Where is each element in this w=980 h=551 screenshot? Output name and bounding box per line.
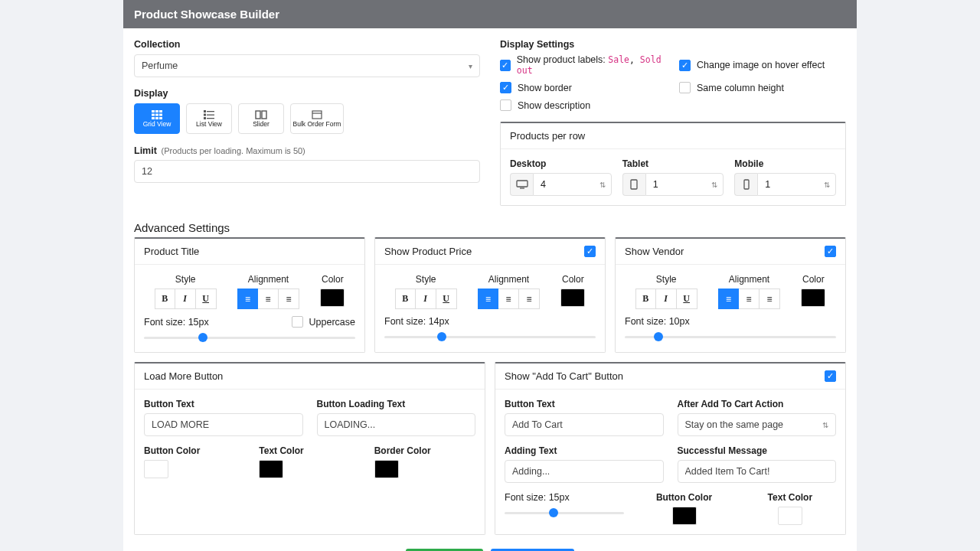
- underline-button[interactable]: U: [677, 289, 697, 309]
- align-right-button[interactable]: ≡: [760, 289, 780, 309]
- list-view-option[interactable]: List View: [186, 103, 232, 134]
- limit-input[interactable]: [134, 160, 480, 183]
- title-fontsize-slider[interactable]: [144, 332, 355, 343]
- ppr-tablet-label: Tablet: [622, 158, 724, 169]
- ppr-tablet-select[interactable]: 1: [645, 173, 724, 196]
- addcart-action-select[interactable]: Stay on the same page: [678, 413, 837, 436]
- collection-select[interactable]: Perfume: [134, 54, 480, 77]
- svg-rect-5: [159, 113, 162, 116]
- limit-label: Limit: [134, 145, 157, 156]
- price-fontsize-label: Font size: 14px: [384, 316, 449, 327]
- bold-button[interactable]: B: [155, 289, 175, 309]
- svg-rect-3: [152, 113, 155, 116]
- svg-rect-0: [152, 110, 155, 112]
- vendor-color-swatch[interactable]: [801, 289, 825, 307]
- title-fontsize-label: Font size: 15px: [144, 317, 209, 328]
- show-description-checkbox[interactable]: Show description: [500, 99, 667, 111]
- loadmore-text-color[interactable]: [259, 460, 283, 478]
- align-right-button[interactable]: ≡: [519, 289, 540, 309]
- show-labels-checkbox[interactable]: ✓Show product labels: Sale, Sold out: [500, 54, 667, 76]
- products-per-row-title: Products per row: [501, 123, 845, 149]
- limit-hint: (Products per loading. Maximum is 50): [161, 146, 305, 155]
- vendor-enable-checkbox[interactable]: ✓: [825, 246, 836, 257]
- vendor-fontsize-slider[interactable]: [625, 331, 836, 342]
- addcart-text-input[interactable]: [505, 413, 664, 436]
- italic-button[interactable]: I: [416, 289, 436, 309]
- display-label: Display: [134, 88, 480, 99]
- svg-rect-9: [204, 110, 206, 112]
- align-left-button[interactable]: ≡: [237, 289, 258, 309]
- svg-rect-22: [744, 180, 749, 189]
- slider-option[interactable]: Slider: [238, 103, 284, 134]
- display-settings-label: Display Settings: [500, 39, 846, 50]
- addcart-adding-input[interactable]: [505, 460, 664, 483]
- addcart-success-input[interactable]: [678, 460, 837, 483]
- grid-icon: [152, 110, 162, 119]
- page-title: Product Showcase Builder: [123, 0, 857, 28]
- price-enable-checkbox[interactable]: ✓: [584, 246, 596, 257]
- loadmore-loading-input[interactable]: [317, 413, 476, 436]
- svg-rect-11: [204, 113, 206, 116]
- align-center-button[interactable]: ≡: [498, 289, 519, 309]
- align-left-button[interactable]: ≡: [478, 289, 498, 309]
- svg-rect-7: [155, 117, 158, 119]
- svg-rect-14: [207, 118, 214, 119]
- ppr-mobile-select[interactable]: 1: [757, 173, 836, 196]
- align-center-button[interactable]: ≡: [739, 289, 760, 309]
- show-border-checkbox[interactable]: ✓Show border: [500, 82, 667, 93]
- svg-rect-1: [155, 110, 158, 112]
- loadmore-button-color[interactable]: [144, 460, 168, 478]
- italic-button[interactable]: I: [656, 289, 677, 309]
- svg-rect-4: [155, 113, 158, 116]
- svg-rect-16: [262, 111, 266, 119]
- addcart-fontsize-slider[interactable]: [505, 507, 624, 518]
- bold-button[interactable]: B: [395, 289, 416, 309]
- align-left-button[interactable]: ≡: [718, 289, 739, 309]
- bulk-order-icon: [312, 110, 322, 119]
- svg-rect-21: [631, 180, 637, 189]
- svg-rect-2: [159, 110, 162, 112]
- svg-rect-6: [152, 117, 155, 119]
- svg-rect-17: [312, 111, 322, 119]
- product-price-card: Show Product Price✓ Style BIU Alignment …: [374, 237, 606, 353]
- ppr-desktop-label: Desktop: [510, 158, 612, 169]
- addcart-fontsize-label: Font size: 15px: [505, 492, 624, 503]
- grid-view-option[interactable]: Grid View: [134, 103, 180, 134]
- display-group: Grid View List View Slider: [134, 103, 480, 134]
- advanced-settings-title: Advanced Settings: [134, 221, 846, 234]
- svg-rect-15: [256, 111, 260, 119]
- ppr-desktop-select[interactable]: 4: [533, 173, 612, 196]
- underline-button[interactable]: U: [436, 289, 457, 309]
- desktop-icon: [510, 173, 533, 196]
- addcart-button-color[interactable]: [672, 507, 697, 525]
- align-center-button[interactable]: ≡: [258, 289, 279, 309]
- italic-button[interactable]: I: [175, 289, 196, 309]
- list-icon: [204, 110, 214, 119]
- bulk-order-option[interactable]: Bulk Order Form: [290, 103, 344, 134]
- ppr-mobile-label: Mobile: [734, 158, 836, 169]
- svg-rect-19: [517, 181, 528, 187]
- loadmore-border-color[interactable]: [374, 460, 399, 478]
- mobile-icon: [734, 173, 757, 196]
- align-right-button[interactable]: ≡: [279, 289, 299, 309]
- addcart-text-color[interactable]: [778, 507, 802, 525]
- addcart-enable-checkbox[interactable]: ✓: [825, 370, 836, 382]
- slider-icon: [255, 110, 267, 119]
- tablet-icon: [622, 173, 645, 196]
- same-height-checkbox[interactable]: Same column height: [679, 82, 846, 93]
- vendor-fontsize-label: Font size: 10px: [625, 316, 690, 327]
- products-per-row-card: Products per row Desktop 4⇅: [500, 122, 846, 206]
- product-title-card: Product Title Style BIU Alignment ≡≡≡ Co…: [134, 237, 365, 353]
- vendor-card: Show Vendor✓ Style BIU Alignment ≡≡≡ Col…: [615, 237, 846, 353]
- price-fontsize-slider[interactable]: [384, 331, 596, 342]
- underline-button[interactable]: U: [196, 289, 217, 309]
- collection-label: Collection: [134, 39, 480, 50]
- bold-button[interactable]: B: [635, 289, 656, 309]
- uppercase-checkbox[interactable]: Uppercase: [292, 316, 355, 328]
- add-to-cart-card: Show "Add To Cart" Button✓ Button Text A…: [495, 362, 846, 535]
- svg-rect-8: [159, 117, 162, 119]
- change-hover-checkbox[interactable]: ✓Change image on hover effect: [679, 54, 846, 76]
- title-color-swatch[interactable]: [320, 289, 345, 307]
- price-color-swatch[interactable]: [560, 289, 585, 307]
- loadmore-text-input[interactable]: [144, 413, 303, 436]
